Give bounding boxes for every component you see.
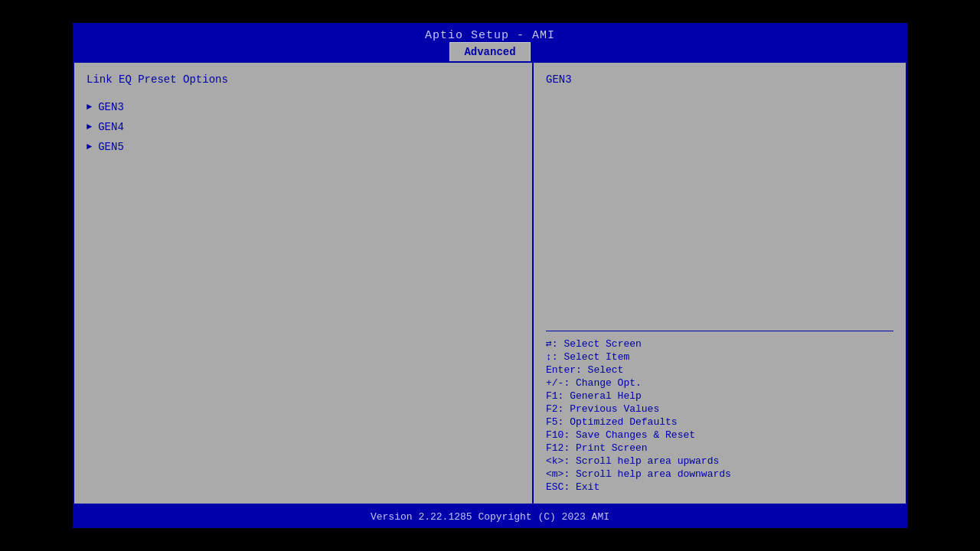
- menu-item-gen3[interactable]: ► GEN3: [87, 101, 520, 113]
- arrow-icon-gen3: ►: [87, 102, 92, 112]
- key-help-f12: F12: Print Screen: [546, 442, 893, 454]
- key-arrows-lr: ⇄:: [546, 338, 558, 350]
- bios-container: Aptio Setup - AMI Advanced Link EQ Prese…: [73, 23, 907, 528]
- key-help: ⇄: Select Screen ↕: Select Item Enter: S…: [546, 337, 893, 493]
- bios-title: Aptio Setup - AMI: [425, 29, 555, 42]
- key-f10-label: F10: Save Changes & Reset: [546, 429, 695, 441]
- menu-item-label-gen5: GEN5: [98, 141, 124, 153]
- key-f5-label: F5: Optimized Defaults: [546, 416, 678, 428]
- key-f2-label: F2: Previous Values: [546, 403, 659, 415]
- panel-title: Link EQ Preset Options: [87, 73, 520, 86]
- arrow-icon-gen5: ►: [87, 142, 92, 152]
- key-enter-label: Enter: Select: [546, 364, 623, 376]
- tab-advanced[interactable]: Advanced: [449, 42, 530, 61]
- help-title: GEN3: [546, 73, 893, 86]
- key-f1-label: F1: General Help: [546, 390, 642, 402]
- version-text: Version 2.22.1285 Copyright (C) 2023 AMI: [371, 511, 609, 523]
- key-help-select-item: ↕: Select Item: [546, 351, 893, 363]
- key-f12-label: F12: Print Screen: [546, 442, 648, 454]
- menu-item-label-gen3: GEN3: [98, 101, 124, 113]
- key-select-screen-desc: Select Screen: [564, 338, 641, 350]
- key-k-label: <k>: Scroll help area upwards: [546, 455, 719, 467]
- arrow-icon-gen4: ►: [87, 122, 92, 132]
- key-m-label: <m>: Scroll help area downwards: [546, 468, 731, 480]
- key-select-item-desc: Select Item: [564, 351, 629, 363]
- key-help-k: <k>: Scroll help area upwards: [546, 455, 893, 467]
- help-divider: [546, 331, 893, 331]
- left-panel: Link EQ Preset Options ► GEN3 ► GEN4 ► G…: [74, 63, 534, 504]
- key-esc-label: ESC: Exit: [546, 481, 599, 493]
- key-help-select-screen: ⇄: Select Screen: [546, 337, 893, 350]
- menu-item-gen4[interactable]: ► GEN4: [87, 121, 520, 133]
- key-arrows-ud: ↕:: [546, 351, 558, 363]
- key-help-m: <m>: Scroll help area downwards: [546, 468, 893, 480]
- menu-item-gen5[interactable]: ► GEN5: [87, 141, 520, 153]
- key-help-f2: F2: Previous Values: [546, 403, 893, 415]
- menu-items: ► GEN3 ► GEN4 ► GEN5: [87, 101, 520, 153]
- key-change-opt-label: +/-: Change Opt.: [546, 377, 642, 389]
- key-help-f10: F10: Save Changes & Reset: [546, 429, 893, 441]
- bottom-bar: Version 2.22.1285 Copyright (C) 2023 AMI: [73, 505, 907, 528]
- key-help-f1: F1: General Help: [546, 390, 893, 402]
- key-help-enter: Enter: Select: [546, 364, 893, 376]
- title-bar: Aptio Setup - AMI Advanced: [73, 23, 907, 61]
- main-area: Link EQ Preset Options ► GEN3 ► GEN4 ► G…: [73, 61, 907, 505]
- key-help-change-opt: +/-: Change Opt.: [546, 377, 893, 389]
- key-help-esc: ESC: Exit: [546, 481, 893, 493]
- right-panel: GEN3 ⇄: Select Screen ↕: Select Item Ent…: [534, 63, 906, 504]
- key-help-f5: F5: Optimized Defaults: [546, 416, 893, 428]
- menu-item-label-gen4: GEN4: [98, 121, 124, 133]
